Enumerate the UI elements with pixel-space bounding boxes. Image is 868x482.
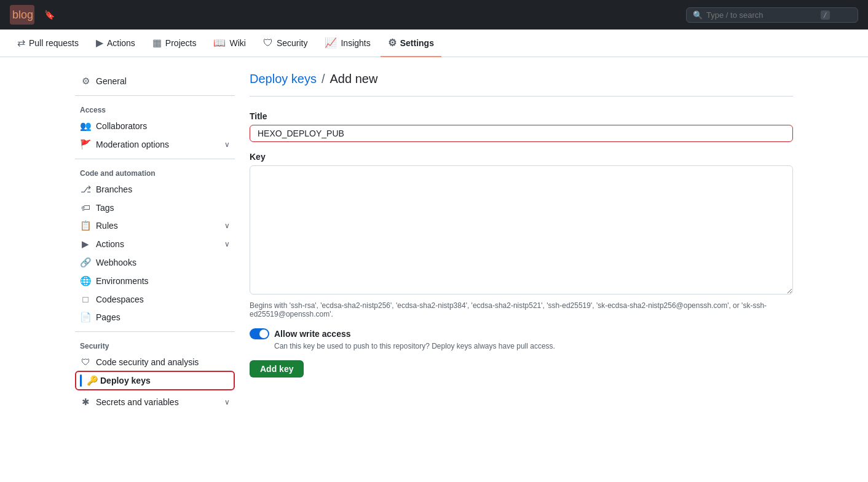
people-icon: 👥 [80, 120, 91, 132]
key-hint: Begins with 'ssh-rsa', 'ecdsa-sha2-nistp… [250, 301, 793, 318]
breadcrumb: Deploy keys / Add new [250, 72, 793, 86]
shield-icon: 🛡 [80, 357, 91, 367]
sidebar-item-webhooks[interactable]: 🔗 Webhooks [75, 253, 235, 272]
settings-icon: ⚙ [388, 37, 397, 49]
sidebar-item-actions[interactable]: ▶ Actions ∨ [75, 235, 235, 253]
sidebar-item-code-security[interactable]: 🛡 Code security and analysis [75, 353, 235, 371]
svg-text:blog: blog [12, 9, 33, 21]
title-form-group: Title [250, 111, 793, 142]
sidebar-item-general[interactable]: ⚙ General [75, 72, 235, 90]
pages-icon: 📄 [80, 312, 91, 323]
search-input[interactable] [706, 10, 817, 20]
projects-icon: ▦ [152, 37, 162, 49]
actions-icon: ▶ [96, 37, 103, 49]
secrets-icon: ✱ [80, 397, 91, 408]
allow-write-label: Allow write access [274, 329, 351, 339]
sidebar-section-access: Access [75, 101, 235, 117]
codespaces-icon: □ [80, 294, 91, 304]
search-icon: 🔍 [693, 10, 703, 20]
key-textarea[interactable] [250, 165, 793, 294]
tab-security[interactable]: 🛡 Security [256, 30, 315, 57]
sidebar-item-secrets[interactable]: ✱ Secrets and variables ∨ [75, 393, 235, 411]
insights-icon: 📈 [325, 37, 337, 49]
sidebar-section-security: Security [75, 337, 235, 353]
topbar-left: blog 🔖 [10, 5, 55, 25]
key-form-group: Key Begins with 'ssh-rsa', 'ecdsa-sha2-n… [250, 152, 793, 318]
allow-write-row: Allow write access [250, 328, 793, 339]
chevron-down-icon-rules: ∨ [224, 221, 230, 230]
sidebar-divider-3 [75, 331, 235, 332]
sidebar-item-tags[interactable]: 🏷 Tags [75, 199, 235, 216]
pull-request-icon: ⇄ [17, 37, 25, 49]
wiki-icon: 📖 [213, 37, 226, 49]
sidebar-section-code: Code and automation [75, 164, 235, 180]
sidebar-item-environments[interactable]: 🌐 Environments [75, 272, 235, 290]
tab-wiki[interactable]: 📖 Wiki [206, 30, 253, 57]
repo-logo: blog [10, 5, 39, 25]
webhook-icon: 🔗 [80, 257, 91, 268]
allow-write-toggle[interactable] [250, 328, 269, 339]
sidebar: ⚙ General Access 👥 Collaborators 🚩 Moder… [75, 72, 235, 411]
sidebar-item-moderation[interactable]: 🚩 Moderation options ∨ [75, 135, 235, 154]
rules-icon: 📋 [80, 220, 91, 231]
breadcrumb-link[interactable]: Deploy keys [250, 72, 317, 86]
sidebar-divider-2 [75, 159, 235, 159]
layout: ⚙ General Access 👥 Collaborators 🚩 Moder… [65, 57, 803, 426]
tab-pull-requests[interactable]: ⇄ Pull requests [10, 30, 86, 57]
slash-badge: / [821, 10, 830, 20]
active-indicator [80, 374, 82, 387]
tab-settings[interactable]: ⚙ Settings [381, 30, 441, 57]
add-key-button[interactable]: Add key [250, 360, 304, 377]
security-nav-icon: 🛡 [263, 38, 273, 49]
title-label: Title [250, 111, 793, 121]
sidebar-item-deploy-keys[interactable]: 🔑 Deploy keys [75, 371, 235, 390]
topbar: blog 🔖 🔍 / [0, 0, 868, 30]
tab-actions[interactable]: ▶ Actions [89, 30, 143, 57]
breadcrumb-current: Add new [330, 72, 378, 86]
topbar-right: 🔍 / [686, 7, 858, 23]
key-icon: 🔑 [87, 375, 98, 386]
sidebar-divider-1 [75, 95, 235, 96]
allow-write-sublabel: Can this key be used to push to this rep… [274, 342, 793, 350]
header-divider [250, 96, 793, 97]
chevron-down-icon-secrets: ∨ [224, 398, 230, 406]
actions-sidebar-icon: ▶ [80, 239, 91, 250]
key-label: Key [250, 152, 793, 162]
tag-icon: 🏷 [80, 202, 91, 213]
environments-icon: 🌐 [80, 275, 91, 286]
sidebar-item-codespaces[interactable]: □ Codespaces [75, 290, 235, 308]
flag-icon: 🚩 [80, 139, 91, 150]
tab-projects[interactable]: ▦ Projects [145, 30, 204, 57]
bookmark-icon: 🔖 [44, 10, 55, 20]
gear-icon: ⚙ [80, 76, 91, 87]
tab-insights[interactable]: 📈 Insights [317, 30, 377, 57]
chevron-down-icon: ∨ [224, 140, 230, 149]
search-box[interactable]: 🔍 / [686, 7, 858, 23]
main-content: Deploy keys / Add new Title Key Begins w… [250, 72, 793, 411]
sidebar-item-collaborators[interactable]: 👥 Collaborators [75, 117, 235, 135]
title-input[interactable] [250, 125, 793, 142]
sidebar-item-pages[interactable]: 📄 Pages [75, 308, 235, 326]
breadcrumb-sep: / [322, 72, 325, 86]
nav-tabs: ⇄ Pull requests ▶ Actions ▦ Projects 📖 W… [0, 30, 868, 57]
branch-icon: ⎇ [80, 184, 91, 195]
chevron-down-icon-actions: ∨ [224, 240, 230, 248]
sidebar-item-rules[interactable]: 📋 Rules ∨ [75, 216, 235, 235]
sidebar-item-branches[interactable]: ⎇ Branches [75, 180, 235, 199]
